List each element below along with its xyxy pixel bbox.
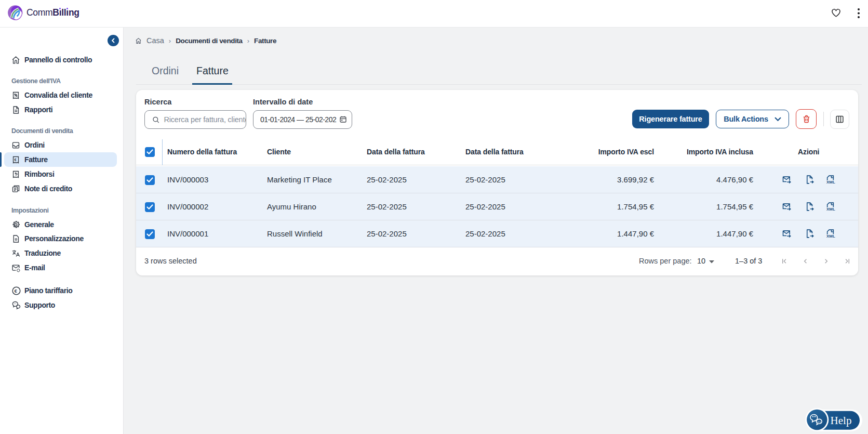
svg-text:€: € — [14, 287, 17, 293]
svg-text:Help: Help — [831, 414, 852, 427]
svg-text:€: € — [14, 157, 17, 162]
